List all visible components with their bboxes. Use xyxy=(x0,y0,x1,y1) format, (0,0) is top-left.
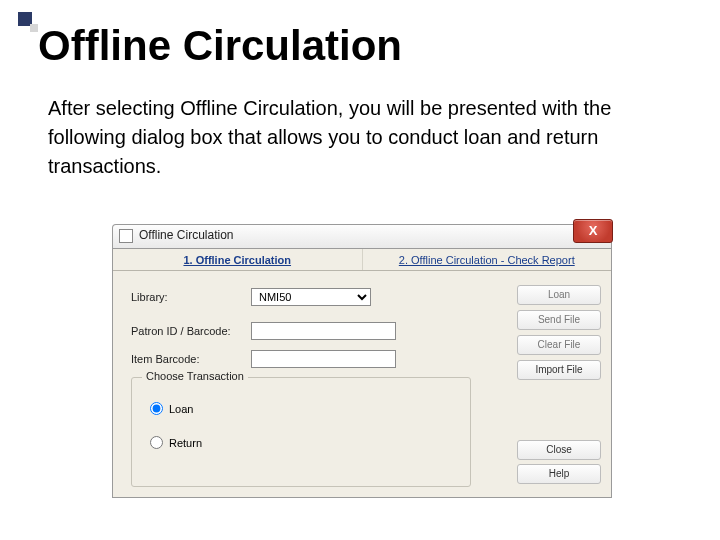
send-file-button[interactable]: Send File xyxy=(517,310,601,330)
radio-return-input[interactable] xyxy=(150,436,163,449)
patron-label: Patron ID / Barcode: xyxy=(131,325,251,337)
dialog-body: 1. Offline Circulation 2. Offline Circul… xyxy=(112,248,612,498)
dialog-title: Offline Circulation xyxy=(139,228,234,242)
fieldset-legend: Choose Transaction xyxy=(142,370,248,382)
form-area: Library: NMI50 Patron ID / Barcode: Item… xyxy=(131,287,491,377)
tab-check-report[interactable]: 2. Offline Circulation - Check Report xyxy=(363,249,612,270)
svg-rect-1 xyxy=(30,24,38,32)
tab-offline-circulation[interactable]: 1. Offline Circulation xyxy=(113,249,363,270)
radio-loan-input[interactable] xyxy=(150,402,163,415)
dialog-titlebar: Offline Circulation X xyxy=(112,224,612,248)
radio-return-label: Return xyxy=(169,437,202,449)
dialog-tabs: 1. Offline Circulation 2. Offline Circul… xyxy=(113,249,611,271)
library-label: Library: xyxy=(131,291,251,303)
slide-bullet-icon xyxy=(18,12,40,34)
library-select[interactable]: NMI50 xyxy=(251,288,371,306)
close-button[interactable]: Close xyxy=(517,440,601,460)
import-file-button[interactable]: Import File xyxy=(517,360,601,380)
loan-button[interactable]: Loan xyxy=(517,285,601,305)
radio-return[interactable]: Return xyxy=(150,436,202,449)
app-icon xyxy=(119,229,133,243)
button-column: Loan Send File Clear File Import File xyxy=(517,285,601,385)
svg-rect-0 xyxy=(18,12,32,26)
slide-body-text: After selecting Offline Circulation, you… xyxy=(48,94,668,181)
slide-title: Offline Circulation xyxy=(38,22,402,70)
radio-loan-label: Loan xyxy=(169,403,193,415)
item-barcode-label: Item Barcode: xyxy=(131,353,251,365)
offline-circulation-dialog: Offline Circulation X 1. Offline Circula… xyxy=(112,224,612,498)
choose-transaction-fieldset: Choose Transaction Loan Return xyxy=(131,377,471,487)
radio-loan[interactable]: Loan xyxy=(150,402,193,415)
clear-file-button[interactable]: Clear File xyxy=(517,335,601,355)
item-barcode-input[interactable] xyxy=(251,350,396,368)
window-close-button[interactable]: X xyxy=(573,219,613,243)
patron-id-input[interactable] xyxy=(251,322,396,340)
help-button[interactable]: Help xyxy=(517,464,601,484)
